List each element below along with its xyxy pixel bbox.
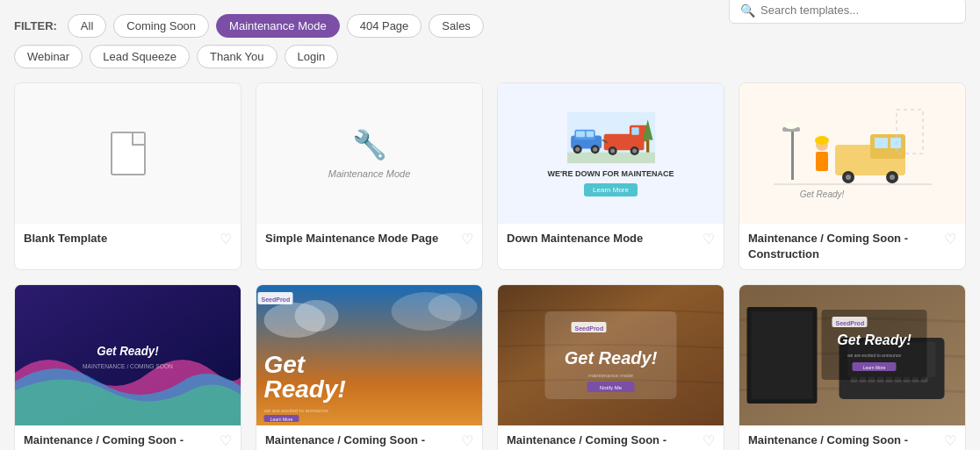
template-thumb-wood: SeedProd Get Ready! maintenance mode Not…	[498, 285, 724, 425]
template-card-blank[interactable]: Blank Template ♡	[14, 82, 241, 270]
template-card-wood[interactable]: SeedProd Get Ready! maintenance mode Not…	[497, 284, 724, 450]
template-thumb-threads: Get Ready! MAINTENANCE / COMING SOON	[15, 285, 241, 425]
wood-svg: SeedProd Get Ready! maintenance mode Not…	[498, 285, 724, 425]
svg-text:we are excited to announce: we are excited to announce	[263, 408, 329, 413]
favorite-icon-construction[interactable]: ♡	[944, 231, 956, 247]
template-grid: Blank Template ♡ 🔧 Maintenance Mode Simp…	[14, 82, 966, 450]
card-info-construction: Maintenance / Coming Soon - Construction…	[739, 224, 965, 269]
template-card-simple-maint[interactable]: 🔧 Maintenance Mode Simple Maintenance Mo…	[256, 82, 483, 270]
svg-text:Ready!: Ready!	[264, 375, 346, 403]
template-title-simple-maint: Simple Maintenance Mode Page	[265, 231, 438, 246]
svg-point-31	[890, 175, 895, 180]
svg-point-16	[593, 146, 597, 151]
svg-point-34	[815, 136, 829, 145]
down-maint-title: WE'RE DOWN FOR MAINTENACE	[547, 169, 674, 178]
template-card-down-maint[interactable]: WE'RE DOWN FOR MAINTENACE Learn More Dow…	[497, 82, 724, 270]
svg-text:Notify Me: Notify Me	[600, 385, 623, 390]
svg-rect-63	[752, 311, 813, 399]
favorite-icon-blank[interactable]: ♡	[220, 231, 232, 247]
template-thumb-down-maint: WE'RE DOWN FOR MAINTENACE Learn More	[498, 83, 724, 224]
svg-text:Get Ready!: Get Ready!	[97, 345, 159, 358]
svg-text:Learn More: Learn More	[863, 365, 886, 370]
template-card-threads[interactable]: Get Ready! MAINTENANCE / COMING SOON Mai…	[14, 284, 241, 450]
template-thumb-blank	[15, 83, 241, 224]
svg-text:Learn More: Learn More	[270, 417, 293, 422]
svg-text:Get: Get	[264, 351, 306, 378]
template-title-wood: Maintenance / Coming Soon - Wood	[507, 432, 697, 450]
svg-point-14	[575, 146, 580, 151]
template-thumb-simple-maint: 🔧 Maintenance Mode	[256, 83, 482, 224]
svg-rect-18	[646, 139, 649, 152]
filter-btn-maintenance-mode[interactable]: Maintenance Mode	[216, 14, 340, 38]
file-icon	[111, 132, 146, 175]
filter-btn-coming-soon[interactable]: Coming Soon	[113, 14, 209, 38]
template-card-clouds[interactable]: SeedProd Get Ready! we are excited to an…	[256, 284, 483, 450]
tow-truck-illustration	[567, 111, 655, 164]
card-info-blank: Blank Template ♡	[15, 224, 241, 254]
svg-rect-26	[875, 138, 888, 148]
filter-btn-lead-squeeze[interactable]: Lead Squeeze	[90, 45, 190, 68]
template-thumb-clouds: SeedProd Get Ready! we are excited to an…	[256, 285, 482, 425]
svg-text:SeedProd: SeedProd	[575, 325, 604, 332]
svg-text:Get Ready!: Get Ready!	[565, 348, 658, 368]
template-title-typewriter: Maintenance / Coming Soon -	[748, 432, 908, 448]
card-info-simple-maint: Simple Maintenance Mode Page ♡	[256, 224, 482, 254]
svg-text:we are excited to announce: we are excited to announce	[847, 353, 901, 358]
search-box: 🔍	[729, 0, 966, 24]
svg-text:Get Ready!: Get Ready!	[799, 189, 844, 199]
template-title-down-maint: Down Maintenance Mode	[507, 231, 643, 246]
svg-rect-11	[576, 131, 585, 137]
favorite-icon-wood[interactable]: ♡	[703, 432, 715, 449]
filter-btn-login[interactable]: Login	[285, 45, 339, 68]
svg-rect-12	[586, 131, 593, 137]
search-icon: 🔍	[740, 4, 755, 18]
svg-text:MAINTENANCE / COMING SOON: MAINTENANCE / COMING SOON	[83, 363, 173, 369]
favorite-icon-simple-maint[interactable]: ♡	[461, 231, 473, 247]
card-info-threads: Maintenance / Coming Soon - Threads ♡	[15, 425, 241, 450]
svg-text:Get Ready!: Get Ready!	[837, 332, 912, 347]
svg-text:maintenance mode: maintenance mode	[588, 373, 634, 378]
card-info-typewriter: Maintenance / Coming Soon - ♡	[739, 425, 965, 450]
svg-point-6	[610, 148, 615, 153]
maintenance-mode-label: Maintenance Mode	[328, 168, 411, 179]
favorite-icon-typewriter[interactable]: ♡	[944, 432, 956, 449]
svg-rect-33	[816, 152, 828, 171]
svg-rect-21	[791, 127, 794, 180]
template-title-blank: Blank Template	[24, 231, 107, 246]
typewriter-svg: SeedProd Get Ready! we are excited to an…	[739, 285, 965, 425]
construction-illustration: Get Ready!	[774, 101, 932, 206]
svg-point-23	[784, 122, 798, 129]
template-title-clouds: Maintenance / Coming Soon -	[265, 432, 425, 448]
svg-rect-4	[631, 127, 638, 134]
card-info-down-maint: Down Maintenance Mode ♡	[498, 224, 724, 254]
filter-btn-webinar[interactable]: Webinar	[14, 45, 83, 68]
filter-btn-thank-you[interactable]: Thank You	[197, 45, 277, 68]
favorite-icon-clouds[interactable]: ♡	[461, 432, 473, 449]
filter-label: FILTER:	[14, 19, 57, 32]
template-thumb-construction: Get Ready!	[739, 83, 965, 224]
svg-point-8	[632, 148, 637, 153]
search-wrapper: 🔍	[729, 0, 966, 24]
search-input[interactable]	[760, 4, 955, 17]
filter-btn-sales[interactable]: Sales	[429, 14, 484, 38]
filter-bar: FILTER: All Coming Soon Maintenance Mode…	[14, 14, 966, 38]
svg-text:SeedProd: SeedProd	[836, 320, 865, 326]
svg-point-45	[429, 293, 478, 321]
template-card-typewriter[interactable]: SeedProd Get Ready! we are excited to an…	[739, 284, 966, 450]
favorite-icon-threads[interactable]: ♡	[220, 432, 232, 449]
template-thumb-typewriter: SeedProd Get Ready! we are excited to an…	[739, 285, 965, 425]
svg-point-29	[846, 175, 851, 180]
template-title-threads: Maintenance / Coming Soon - Threads	[24, 432, 214, 450]
card-info-clouds: Maintenance / Coming Soon - ♡	[256, 425, 482, 450]
svg-rect-27	[890, 138, 901, 148]
filter-btn-404[interactable]: 404 Page	[347, 14, 422, 38]
template-card-construction[interactable]: Get Ready! Maintenance / Coming Soon - C…	[739, 82, 966, 270]
down-maint-btn[interactable]: Learn More	[584, 183, 638, 196]
clouds-svg: SeedProd Get Ready! we are excited to an…	[256, 285, 482, 425]
card-info-wood: Maintenance / Coming Soon - Wood ♡	[498, 425, 724, 450]
threads-waves-svg: Get Ready! MAINTENANCE / COMING SOON	[15, 285, 241, 425]
favorite-icon-down-maint[interactable]: ♡	[703, 231, 715, 247]
template-title-construction: Maintenance / Coming Soon - Construction	[748, 231, 939, 262]
filter-btn-all[interactable]: All	[68, 14, 106, 38]
filter-row2: Webinar Lead Squeeze Thank You Login	[14, 45, 966, 68]
